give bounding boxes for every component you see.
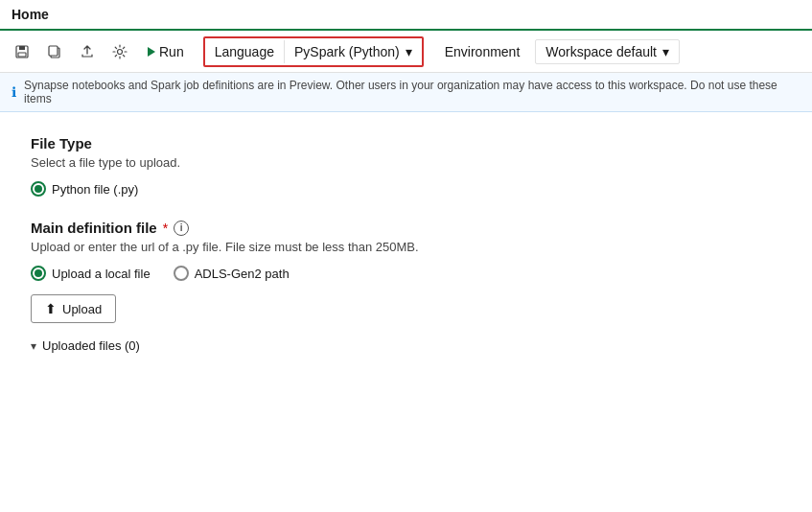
main-def-header: Main definition file * i bbox=[31, 220, 781, 236]
python-file-option[interactable]: Python file (.py) bbox=[31, 181, 138, 197]
environment-label: Environment bbox=[435, 40, 530, 63]
main-content: File Type Select a file type to upload. … bbox=[0, 112, 812, 376]
run-label: Run bbox=[159, 44, 184, 59]
adls-path-option[interactable]: ADLS-Gen2 path bbox=[174, 266, 290, 281]
environment-dropdown[interactable]: Workspace default ▾ bbox=[535, 39, 680, 64]
upload-arrow-icon: ⬆ bbox=[45, 301, 57, 316]
toolbar: Run Language PySpark (Python) ▾ Environm… bbox=[0, 31, 812, 73]
language-chevron-icon: ▾ bbox=[406, 44, 412, 59]
run-button[interactable]: Run bbox=[138, 40, 194, 63]
python-file-label: Python file (.py) bbox=[52, 182, 138, 197]
language-label: Language bbox=[205, 40, 285, 63]
info-bar: ℹ Synapse notebooks and Spark job defini… bbox=[0, 73, 812, 112]
main-def-info-icon[interactable]: i bbox=[174, 221, 189, 236]
svg-rect-1 bbox=[19, 46, 25, 50]
main-def-title: Main definition file bbox=[31, 220, 157, 236]
svg-rect-2 bbox=[18, 53, 26, 57]
python-file-radio[interactable] bbox=[31, 181, 46, 197]
language-dropdown[interactable]: PySpark (Python) ▾ bbox=[285, 40, 422, 63]
uploaded-files-chevron-icon: ▾ bbox=[31, 339, 36, 353]
info-message: Synapse notebooks and Spark job definiti… bbox=[24, 79, 800, 105]
upload-button[interactable]: ⬆ Upload bbox=[31, 294, 116, 323]
file-type-description: Select a file type to upload. bbox=[31, 155, 781, 170]
uploaded-files-section[interactable]: ▾ Uploaded files (0) bbox=[31, 338, 781, 353]
copy-icon-button[interactable] bbox=[40, 37, 69, 66]
required-indicator: * bbox=[163, 221, 168, 236]
adls-path-label: ADLS-Gen2 path bbox=[195, 267, 290, 281]
main-definition-section: Main definition file * i Upload or enter… bbox=[31, 220, 781, 353]
language-selector: Language PySpark (Python) ▾ bbox=[203, 36, 424, 67]
save-icon-button[interactable] bbox=[8, 37, 36, 66]
language-value: PySpark (Python) bbox=[294, 44, 400, 59]
publish-icon-button[interactable] bbox=[73, 37, 102, 66]
info-icon: ℹ bbox=[12, 84, 16, 100]
file-type-title: File Type bbox=[31, 135, 781, 151]
upload-local-label: Upload a local file bbox=[52, 267, 151, 281]
settings-icon-button[interactable] bbox=[105, 37, 134, 66]
upload-local-option[interactable]: Upload a local file bbox=[31, 266, 151, 281]
svg-rect-4 bbox=[49, 46, 58, 56]
file-type-section: File Type Select a file type to upload. … bbox=[31, 135, 781, 197]
environment-chevron-icon: ▾ bbox=[662, 44, 669, 59]
upload-button-label: Upload bbox=[62, 302, 102, 316]
svg-point-5 bbox=[118, 49, 123, 54]
page-title: Home bbox=[12, 7, 49, 22]
title-bar: Home bbox=[0, 0, 812, 31]
uploaded-files-label: Uploaded files (0) bbox=[42, 338, 140, 353]
adls-path-radio[interactable] bbox=[174, 266, 189, 281]
upload-options-group: Upload a local file ADLS-Gen2 path bbox=[31, 266, 781, 281]
main-def-description: Upload or enter the url of a .py file. F… bbox=[31, 240, 781, 254]
upload-local-radio[interactable] bbox=[31, 266, 46, 281]
file-type-radio-group: Python file (.py) bbox=[31, 181, 781, 197]
environment-value: Workspace default bbox=[545, 44, 657, 59]
play-icon bbox=[148, 47, 155, 57]
